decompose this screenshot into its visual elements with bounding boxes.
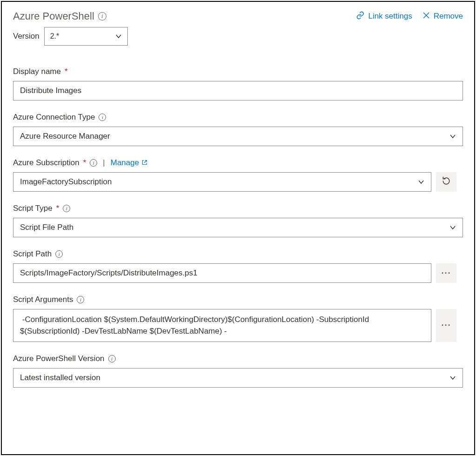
ellipsis-icon: ··· — [441, 321, 451, 330]
ps-version-label-text: Azure PowerShell Version — [13, 354, 105, 363]
display-name-input[interactable] — [13, 81, 463, 101]
script-type-field: Script Type * i Script File Path — [13, 204, 463, 237]
refresh-button[interactable] — [436, 172, 456, 192]
separator: | — [103, 158, 105, 168]
script-type-label-text: Script Type — [13, 204, 53, 213]
link-icon — [356, 11, 364, 22]
subscription-input-row: ImageFactorySubscription — [13, 172, 463, 192]
task-title: Azure PowerShell i — [13, 10, 106, 22]
ps-version-field: Azure PowerShell Version i Latest instal… — [13, 354, 463, 388]
version-label: Version — [13, 32, 40, 41]
chevron-down-icon — [450, 133, 456, 140]
task-title-text: Azure PowerShell — [13, 10, 94, 22]
info-icon[interactable]: i — [98, 12, 106, 20]
info-icon[interactable]: i — [90, 159, 97, 167]
connection-type-label-text: Azure Connection Type — [13, 113, 95, 122]
link-settings-button[interactable]: Link settings — [356, 11, 412, 22]
subscription-select[interactable]: ImageFactorySubscription — [13, 172, 431, 192]
script-path-label: Script Path i — [13, 249, 463, 259]
chevron-down-icon — [418, 179, 424, 185]
display-name-field: Display name * — [13, 67, 463, 101]
script-args-label: Script Arguments i — [13, 295, 463, 304]
info-icon[interactable]: i — [63, 205, 70, 212]
link-settings-label: Link settings — [368, 12, 412, 21]
subscription-label-text: Azure Subscription — [13, 158, 79, 168]
connection-type-value: Azure Resource Manager — [20, 132, 110, 141]
info-icon[interactable]: i — [108, 355, 116, 362]
display-name-label: Display name * — [13, 67, 463, 76]
script-path-input[interactable] — [13, 263, 431, 283]
connection-type-label: Azure Connection Type i — [13, 113, 463, 122]
info-icon[interactable]: i — [99, 114, 106, 121]
subscription-value: ImageFactorySubscription — [20, 177, 112, 187]
script-path-label-text: Script Path — [13, 249, 52, 259]
version-select[interactable]: 2.* — [44, 27, 128, 46]
subscription-field: Azure Subscription * i | Manage ImageFac… — [13, 158, 463, 192]
browse-script-path-button[interactable]: ··· — [436, 263, 456, 283]
display-name-label-text: Display name — [13, 67, 61, 76]
header-row: Azure PowerShell i Link settings — [13, 10, 463, 22]
script-args-input-row: ··· — [13, 309, 463, 342]
script-args-field: Script Arguments i ··· — [13, 295, 463, 342]
chevron-down-icon — [450, 224, 456, 231]
ps-version-label: Azure PowerShell Version i — [13, 354, 463, 363]
version-value: 2.* — [50, 32, 60, 40]
chevron-down-icon — [450, 375, 456, 381]
manage-link[interactable]: Manage — [111, 158, 147, 168]
task-settings-panel: Azure PowerShell i Link settings — [1, 1, 475, 455]
info-icon[interactable]: i — [77, 296, 84, 303]
script-type-value: Script File Path — [20, 223, 73, 232]
subscription-label: Azure Subscription * i | Manage — [13, 158, 463, 168]
connection-type-select[interactable]: Azure Resource Manager — [13, 127, 463, 146]
external-link-icon — [142, 158, 147, 168]
close-icon — [423, 12, 430, 21]
script-args-input[interactable] — [13, 309, 431, 342]
script-args-label-text: Script Arguments — [13, 295, 73, 304]
required-asterisk: * — [65, 67, 68, 76]
browse-script-args-button[interactable]: ··· — [436, 309, 456, 342]
remove-button[interactable]: Remove — [423, 11, 463, 22]
ps-version-select[interactable]: Latest installed version — [13, 368, 463, 388]
script-path-input-row: ··· — [13, 263, 463, 283]
chevron-down-icon — [115, 33, 122, 40]
script-type-select[interactable]: Script File Path — [13, 218, 463, 237]
connection-type-field: Azure Connection Type i Azure Resource M… — [13, 113, 463, 146]
required-asterisk: * — [56, 204, 60, 213]
refresh-icon — [442, 177, 450, 188]
script-type-label: Script Type * i — [13, 204, 463, 213]
required-asterisk: * — [83, 158, 86, 168]
remove-label: Remove — [434, 12, 463, 21]
ps-version-value: Latest installed version — [20, 373, 100, 382]
ellipsis-icon: ··· — [441, 268, 451, 278]
script-path-field: Script Path i ··· — [13, 249, 463, 283]
info-icon[interactable]: i — [55, 250, 63, 258]
manage-link-text: Manage — [111, 158, 139, 168]
version-row: Version 2.* — [13, 27, 463, 46]
header-actions: Link settings Remove — [356, 11, 463, 22]
